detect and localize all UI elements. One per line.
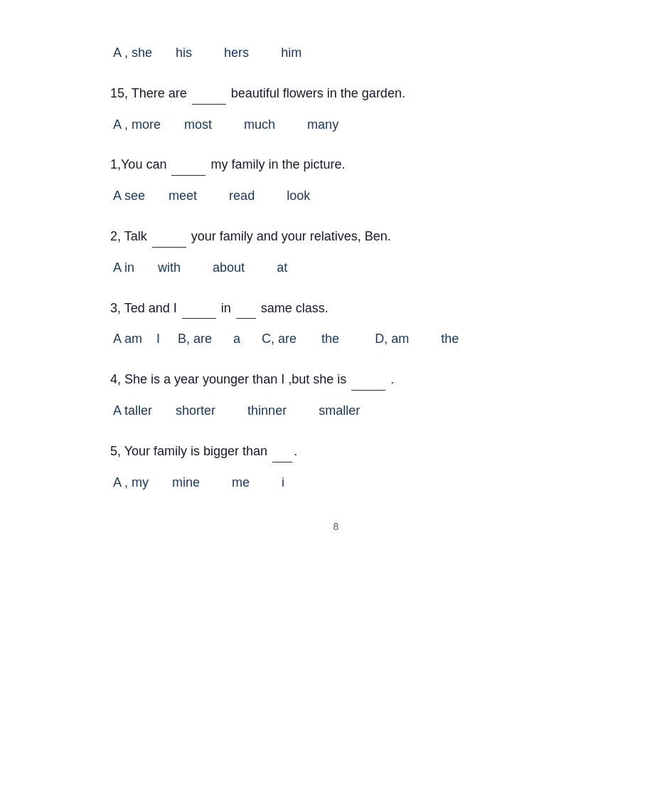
- answer-option-at: at: [277, 260, 287, 275]
- answer-option-his: his: [176, 46, 192, 60]
- question-block-she: A , she his hers him: [110, 43, 562, 63]
- answer-line-she: A , she his hers him: [110, 43, 562, 63]
- blank-q2: [152, 226, 186, 248]
- answer-option-about: about: [213, 260, 245, 275]
- answer-option-a-more: A , more: [113, 117, 161, 132]
- question-block-q4: 4, She is a year younger than I ,but she…: [110, 369, 562, 421]
- answer-option-most: most: [184, 117, 212, 132]
- answer-option-shorter: shorter: [176, 403, 215, 418]
- answer-option-me: me: [232, 475, 250, 490]
- answer-option-much: much: [244, 117, 275, 132]
- answer-option-many: many: [307, 117, 338, 132]
- answer-option-i: i: [282, 475, 284, 490]
- question-text-q15: 15, There are beautiful flowers in the g…: [110, 83, 562, 105]
- blank-q5: [272, 441, 292, 462]
- page-content: A , she his hers him 15, There are beaut…: [0, 0, 672, 575]
- answer-option-smaller: smaller: [319, 403, 360, 418]
- question-block-q2: 2, Talk your family and your relatives, …: [110, 226, 562, 278]
- page-number: 8: [110, 521, 562, 532]
- question-text-q3: 3, Ted and I in same class.: [110, 298, 562, 319]
- question-text-q1: 1,You can my family in the picture.: [110, 154, 562, 176]
- answer-option-a-see: A see: [113, 189, 145, 203]
- answer-option-mine: mine: [172, 475, 200, 490]
- answer-option-thinner: thinner: [247, 403, 287, 418]
- blank-q1: [171, 154, 206, 176]
- answer-option-a-she: A , she: [113, 46, 152, 60]
- blank-q4: [351, 369, 385, 391]
- answer-option-with: with: [158, 260, 181, 275]
- answer-option-a-my: A , my: [113, 475, 149, 490]
- question-block-q15: 15, There are beautiful flowers in the g…: [110, 83, 562, 135]
- answer-line-q5: A , my mine me i: [110, 472, 562, 493]
- question-block-q5: 5, Your family is bigger than . A , my m…: [110, 441, 562, 493]
- answer-line-q2: A in with about at: [110, 258, 562, 278]
- answer-line-q1: A see meet read look: [110, 186, 562, 206]
- question-block-q3: 3, Ted and I in same class. A am I B, ar…: [110, 298, 562, 350]
- answer-line-q3: A am I B, are a C, are the D, am the: [110, 329, 562, 349]
- answer-option-him: him: [281, 46, 302, 60]
- answer-option-hers: hers: [224, 46, 249, 60]
- answer-option-meet: meet: [169, 189, 197, 203]
- answer-line-q4: A taller shorter thinner smaller: [110, 401, 562, 421]
- blank-q3a: [182, 298, 216, 319]
- question-text-q4: 4, She is a year younger than I ,but she…: [110, 369, 562, 391]
- blank-q15: [192, 83, 226, 105]
- answer-option-a-taller: A taller: [113, 403, 152, 418]
- answer-option-read: read: [229, 189, 255, 203]
- question-text-q2: 2, Talk your family and your relatives, …: [110, 226, 562, 248]
- answer-option-a-in: A in: [113, 260, 134, 275]
- blank-q3b: [236, 298, 256, 319]
- answer-line-q15: A , more most much many: [110, 115, 562, 135]
- answer-option-look: look: [287, 189, 310, 203]
- question-block-q1: 1,You can my family in the picture. A se…: [110, 154, 562, 206]
- question-text-q5: 5, Your family is bigger than .: [110, 441, 562, 462]
